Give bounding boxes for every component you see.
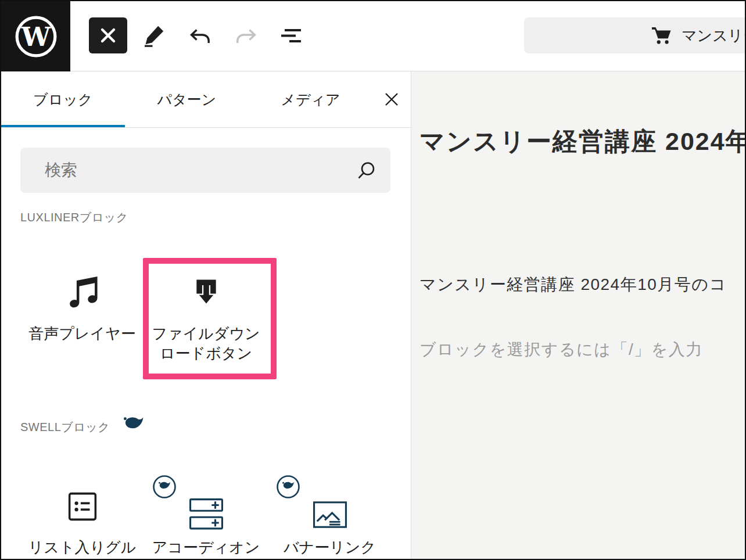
swell-whale-badge-icon (152, 475, 177, 499)
block-search (20, 148, 390, 193)
wordpress-block-editor: W (0, 0, 746, 560)
wordpress-logo-button[interactable]: W (1, 1, 70, 71)
block-label: アコーディオン (150, 537, 262, 557)
file-download-icon (189, 276, 223, 310)
course-link-pill[interactable]: マンスリー (524, 17, 745, 53)
block-label: バナーリンク (274, 537, 386, 557)
inserter-close-button[interactable] (372, 71, 411, 127)
undo-button[interactable] (185, 21, 215, 51)
block-inserter-toggle-button[interactable] (89, 17, 127, 53)
wordpress-logo-icon: W (13, 13, 59, 60)
tab-media[interactable]: メディア (249, 71, 372, 127)
block-item-accordion[interactable]: アコーディオン (144, 472, 268, 560)
course-pill-label: マンスリー (682, 26, 745, 46)
block-item-audio-player[interactable]: 音声プレイヤー (20, 259, 144, 379)
undo-arrow-icon (189, 28, 211, 44)
tab-blocks[interactable]: ブロック (1, 71, 125, 127)
redo-button[interactable] (231, 21, 261, 51)
block-search-input[interactable] (20, 148, 390, 193)
close-x-icon (99, 27, 117, 44)
block-item-file-download-button[interactable]: ファイルダウンロードボタン (144, 259, 268, 379)
section-label-luxliner: LUXLINERブロック (20, 210, 128, 225)
editor-canvas: マンスリー経営講座 2024年 マンスリー経営講座 2024年10月号のコ ブロ… (411, 71, 745, 559)
accordion-icon (189, 498, 223, 530)
music-note-icon (64, 274, 101, 311)
shopping-cart-icon (651, 26, 672, 45)
block-label: リスト入りグル (27, 537, 138, 557)
svg-text:W: W (20, 21, 51, 52)
banner-image-icon (313, 501, 347, 528)
swell-whale-icon (123, 417, 145, 435)
edit-mode-button[interactable] (139, 21, 170, 51)
list-view-button[interactable] (278, 21, 308, 51)
section-label-swell: SWELLブロック (20, 419, 145, 435)
post-title[interactable]: マンスリー経営講座 2024年 (419, 125, 745, 159)
block-inserter-panel: ブロック パターン メディア LUXLINERブロック (1, 71, 411, 559)
close-x-icon (383, 91, 400, 107)
block-item-banner-link[interactable]: バナーリンク (268, 472, 392, 560)
block-label: 音声プレイヤー (27, 324, 138, 343)
post-paragraph[interactable]: マンスリー経営講座 2024年10月号のコ (419, 274, 727, 296)
swell-whale-badge-icon (276, 475, 300, 499)
block-appender-placeholder[interactable]: ブロックを選択するには「/」を入力 (419, 339, 703, 361)
inserter-tabs: ブロック パターン メディア (1, 71, 411, 128)
list-group-icon (67, 491, 98, 522)
block-item-list-group[interactable]: リスト入りグル (20, 472, 144, 560)
editor-topbar: W (1, 1, 745, 71)
redo-arrow-icon (235, 28, 257, 44)
list-view-icon (280, 28, 306, 44)
block-label: ファイルダウンロードボタン (150, 324, 262, 363)
tab-patterns[interactable]: パターン (125, 71, 249, 127)
edit-pencil-icon (143, 24, 166, 48)
